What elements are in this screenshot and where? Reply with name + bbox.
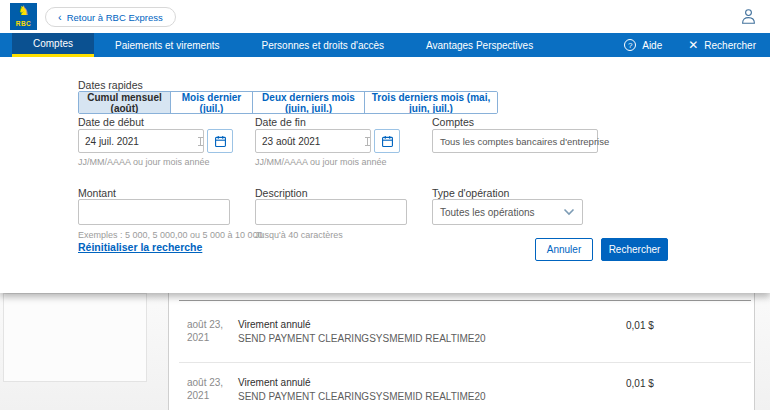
start-date-field xyxy=(78,129,233,153)
transaction-title: Virement annulé xyxy=(238,318,618,331)
sidebar-card xyxy=(3,293,147,382)
operation-type-selected-value: Toutes les opérations xyxy=(440,207,535,218)
accounts-label: Comptes xyxy=(432,116,474,128)
user-profile-icon[interactable] xyxy=(740,8,757,25)
transaction-date-line2: 2021 xyxy=(187,389,235,402)
transaction-amount: 0,01 $ xyxy=(626,320,654,331)
start-date-calendar-button[interactable] xyxy=(207,129,233,153)
description-hint: Jusqu'à 40 caractères xyxy=(255,230,343,240)
tab-label: Personnes et droits d'accès xyxy=(262,40,385,51)
text-cursor-icon xyxy=(200,137,201,146)
description-input[interactable] xyxy=(255,199,407,225)
transaction-amount: 0,01 $ xyxy=(626,378,654,389)
transaction-date: août 23, 2021 xyxy=(187,318,235,344)
search-filters-panel: Dates rapides Cumul mensuel (août) Mois … xyxy=(0,57,770,293)
rbc-express-screen: août 23, 2021 Virement annulé SEND PAYME… xyxy=(0,0,770,410)
help-label: Aide xyxy=(642,40,662,51)
end-date-calendar-button[interactable] xyxy=(374,129,400,153)
end-date-field xyxy=(255,129,400,153)
results-panel: août 23, 2021 Virement annulé SEND PAYME… xyxy=(168,280,755,410)
search-button[interactable]: Rechercher xyxy=(601,238,668,261)
calendar-icon xyxy=(381,135,394,148)
quick-date-trois-derniers-mois-button[interactable]: Trois derniers mois (mai, juin, juil.) xyxy=(365,92,497,113)
cancel-button[interactable]: Annuler xyxy=(535,238,593,261)
row-divider xyxy=(179,362,751,363)
description-label: Description xyxy=(255,187,308,199)
chevron-down-icon xyxy=(563,208,575,216)
end-date-label: Date de fin xyxy=(255,116,306,128)
page-background: août 23, 2021 Virement annulé SEND PAYME… xyxy=(0,293,770,410)
operation-type-select[interactable]: Toutes les opérations xyxy=(432,199,583,225)
rbc-logo[interactable]: ♞ RBC xyxy=(10,3,37,30)
results-header-divider xyxy=(179,300,751,301)
transaction-date-line1: août 23, xyxy=(187,318,235,331)
main-nav-bar: Comptes Paiements et virements Personnes… xyxy=(0,33,770,57)
accounts-selected-value: Tous les comptes bancaires d'entreprise xyxy=(440,136,609,147)
chevron-left-icon: ‹ xyxy=(58,12,62,22)
nav-tabs: Comptes Paiements et virements Personnes… xyxy=(12,33,554,57)
operation-type-label: Type d'opération xyxy=(432,187,509,199)
search-toggle-button[interactable]: ✕ Rechercher xyxy=(688,38,756,52)
transaction-description-cell: Virement annulé SEND PAYMENT CLEARINGSYS… xyxy=(238,318,618,346)
tab-label: Paiements et virements xyxy=(115,40,220,51)
quick-date-cumul-mensuel-button[interactable]: Cumul mensuel (août) xyxy=(79,92,171,113)
start-date-label: Date de début xyxy=(78,116,144,128)
back-to-rbc-express-button[interactable]: ‹ Retour à RBC Express xyxy=(45,7,176,27)
tab-label: Comptes xyxy=(33,38,73,49)
app-header: ♞ RBC ‹ Retour à RBC Express xyxy=(0,0,770,33)
tab-paiements-et-virements[interactable]: Paiements et virements xyxy=(94,33,241,57)
calendar-icon xyxy=(214,135,227,148)
reset-search-link[interactable]: Réinitialiser la recherche xyxy=(78,241,202,253)
tab-avantages-perspectives[interactable]: Avantages Perspectives xyxy=(405,33,554,57)
transaction-title: Virement annulé xyxy=(238,376,618,389)
amount-label: Montant xyxy=(78,187,116,199)
rbc-lion-icon: ♞ xyxy=(18,5,30,20)
back-button-label: Retour à RBC Express xyxy=(67,12,163,23)
search-toggle-label: Rechercher xyxy=(704,40,756,51)
tab-comptes[interactable]: Comptes xyxy=(12,33,94,57)
quick-date-deux-derniers-mois-button[interactable]: Deux derniers mois (juin, juil.) xyxy=(253,92,365,113)
start-date-input[interactable] xyxy=(78,129,204,153)
transaction-date: août 23, 2021 xyxy=(187,376,235,402)
end-date-input[interactable] xyxy=(255,129,371,153)
close-icon: ✕ xyxy=(688,38,698,52)
amount-hint: Exemples : 5 000, 5 000,00 ou 5 000 à 10… xyxy=(78,230,263,240)
transaction-details: SEND PAYMENT CLEARINGSYSMEMID REALTIME20 xyxy=(238,331,618,346)
transaction-details: SEND PAYMENT CLEARINGSYSMEMID REALTIME20 xyxy=(238,389,618,404)
transaction-date-line1: août 23, xyxy=(187,376,235,389)
tab-personnes-et-droits-dacces[interactable]: Personnes et droits d'accès xyxy=(241,33,406,57)
text-cursor-icon xyxy=(367,137,368,146)
help-button[interactable]: ? Aide xyxy=(624,39,662,51)
quick-date-mois-dernier-button[interactable]: Mois dernier (juil.) xyxy=(171,92,253,113)
rbc-logo-text: RBC xyxy=(16,20,32,30)
nav-utilities: ? Aide ✕ Rechercher xyxy=(624,33,770,57)
start-date-hint: JJ/MM/AAAA ou jour mois année xyxy=(78,157,210,167)
amount-input[interactable] xyxy=(78,199,230,225)
transaction-description-cell: Virement annulé SEND PAYMENT CLEARINGSYS… xyxy=(238,376,618,404)
quick-dates-label: Dates rapides xyxy=(78,79,143,91)
tab-label: Avantages Perspectives xyxy=(426,40,533,51)
transaction-date-line2: 2021 xyxy=(187,331,235,344)
end-date-hint: JJ/MM/AAAA ou jour mois année xyxy=(255,157,387,167)
quick-dates-button-group: Cumul mensuel (août) Mois dernier (juil.… xyxy=(78,91,498,114)
accounts-select[interactable]: Tous les comptes bancaires d'entreprise xyxy=(432,129,598,153)
help-icon: ? xyxy=(624,39,636,51)
